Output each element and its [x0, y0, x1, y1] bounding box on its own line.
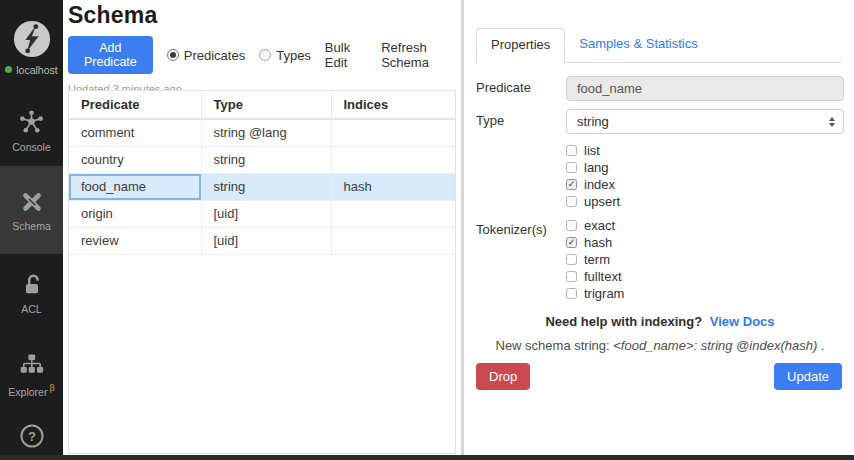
cell-predicate[interactable]: comment — [69, 119, 201, 146]
cell-predicate[interactable]: food_name — [69, 173, 201, 200]
tokenizers-group: exact hash term fulltext — [566, 217, 844, 300]
sidebar-item-label: ACL — [21, 303, 41, 315]
checkbox-term[interactable]: term — [566, 253, 844, 266]
column-header-predicate: Predicate — [69, 91, 201, 119]
predicates-table-container: Predicate Type Indices comment string @l… — [68, 90, 456, 454]
view-docs-link[interactable]: View Docs — [710, 314, 775, 329]
cell-indices[interactable] — [331, 200, 455, 227]
cell-indices[interactable] — [331, 227, 455, 254]
bulk-edit-button[interactable]: Bulk Edit — [325, 40, 367, 70]
tab-properties[interactable]: Properties — [476, 28, 565, 63]
tab-samples-statistics[interactable]: Samples & Statistics — [565, 28, 712, 62]
checkbox-hash[interactable]: hash — [566, 236, 844, 249]
cell-type[interactable]: string — [201, 146, 331, 173]
sidebar-item-console[interactable]: Console — [0, 95, 63, 166]
checkbox-icon — [566, 179, 577, 190]
column-header-indices: Indices — [331, 91, 455, 119]
radio-icon — [259, 49, 271, 61]
schema-pane: Schema Add Predicate Predicates Types Bu… — [63, 0, 461, 460]
add-predicate-button[interactable]: Add Predicate — [68, 36, 153, 74]
checkbox-label: fulltext — [584, 269, 622, 284]
checkbox-fulltext[interactable]: fulltext — [566, 270, 844, 283]
predicate-properties-form: Predicate Type string list — [464, 63, 854, 390]
action-buttons: Drop Update — [476, 363, 844, 390]
schema-string-suffix: . — [817, 338, 824, 353]
indexing-help-text: Need help with indexing? — [545, 314, 702, 329]
sidebar: localhost Console — [0, 0, 63, 460]
checkbox-index[interactable]: index — [566, 178, 844, 191]
cell-type[interactable]: string @lang — [201, 119, 331, 146]
checkbox-label: list — [584, 143, 600, 158]
ratel-app: localhost Console — [0, 0, 854, 460]
sidebar-item-explorer[interactable]: Explorerβ — [0, 333, 63, 415]
table-row-origin[interactable]: origin [uid] — [69, 200, 455, 227]
type-select-value: string — [577, 114, 829, 129]
checkbox-label: exact — [584, 218, 615, 233]
checkbox-list[interactable]: list — [566, 144, 844, 157]
connection-host[interactable]: localhost — [0, 0, 63, 95]
tokenizers-label: Tokenizer(s) — [476, 217, 566, 300]
indexing-help: Need help with indexing? View Docs — [476, 314, 844, 329]
checkbox-label: lang — [584, 160, 609, 175]
select-arrows-icon — [829, 117, 835, 127]
page-title: Schema — [68, 2, 461, 29]
checkbox-label: upsert — [584, 194, 620, 209]
checkbox-upsert[interactable]: upsert — [566, 195, 844, 208]
table-row-country[interactable]: country string — [69, 146, 455, 173]
properties-pane: Properties Samples & Statistics Predicat… — [464, 0, 854, 460]
radio-predicates[interactable]: Predicates — [167, 48, 245, 63]
cell-indices[interactable] — [331, 146, 455, 173]
cell-predicate[interactable]: origin — [69, 200, 201, 227]
type-flags-group: list lang index upsert — [566, 142, 844, 208]
checkbox-label: hash — [584, 235, 612, 250]
drop-button[interactable]: Drop — [476, 363, 530, 390]
sidebar-item-label: Schema — [12, 220, 51, 232]
checkbox-lang[interactable]: lang — [566, 161, 844, 174]
schema-toolbar: Add Predicate Predicates Types Bulk Edit… — [68, 36, 461, 74]
sitemap-icon — [18, 351, 45, 378]
checkbox-icon — [566, 162, 577, 173]
cell-type[interactable]: [uid] — [201, 200, 331, 227]
table-row-food-name[interactable]: food_name string hash — [69, 173, 455, 200]
new-schema-string: New schema string: <food_name>: string @… — [476, 338, 844, 353]
sidebar-item-schema[interactable]: Schema — [0, 166, 63, 254]
table-row-review[interactable]: review [uid] — [69, 227, 455, 254]
cell-indices[interactable] — [331, 119, 455, 146]
checkbox-label: trigram — [584, 286, 624, 301]
cell-type[interactable]: [uid] — [201, 227, 331, 254]
table-row-comment[interactable]: comment string @lang — [69, 119, 455, 146]
schema-string-prefix: New schema string: — [496, 338, 614, 353]
panel-tabs: Properties Samples & Statistics — [476, 28, 842, 63]
checkbox-icon — [566, 220, 577, 231]
predicate-input — [566, 76, 844, 101]
graph-network-icon — [18, 109, 45, 136]
schema-string-value: <food_name>: string @index(hash) — [613, 338, 817, 353]
type-select[interactable]: string — [566, 109, 844, 134]
checkbox-exact[interactable]: exact — [566, 219, 844, 232]
checkbox-icon — [566, 288, 577, 299]
checkbox-icon — [566, 196, 577, 207]
flags-spacer — [476, 142, 566, 208]
radio-icon — [167, 49, 179, 61]
predicates-table: Predicate Type Indices comment string @l… — [69, 91, 455, 255]
checkbox-label: term — [584, 252, 610, 267]
connection-label: localhost — [16, 64, 57, 76]
cell-indices[interactable]: hash — [331, 173, 455, 200]
sidebar-item-help[interactable]: ? — [0, 415, 63, 460]
checkbox-label: index — [584, 177, 615, 192]
question-mark-icon: ? — [18, 422, 46, 454]
cell-predicate[interactable]: country — [69, 146, 201, 173]
update-button[interactable]: Update — [774, 363, 842, 390]
window-bottom-edge — [0, 455, 854, 460]
checkbox-trigram[interactable]: trigram — [566, 287, 844, 300]
cell-type[interactable]: string — [201, 173, 331, 200]
cell-predicate[interactable]: review — [69, 227, 201, 254]
sidebar-item-acl[interactable]: ACL — [0, 254, 63, 333]
checkbox-icon — [566, 254, 577, 265]
checkbox-icon — [566, 237, 577, 248]
radio-types[interactable]: Types — [259, 48, 311, 63]
type-field-label: Type — [476, 109, 566, 134]
crossed-pencils-icon — [19, 189, 45, 215]
unlocked-padlock-icon — [19, 272, 45, 298]
refresh-schema-button[interactable]: Refresh Schema — [381, 40, 461, 70]
